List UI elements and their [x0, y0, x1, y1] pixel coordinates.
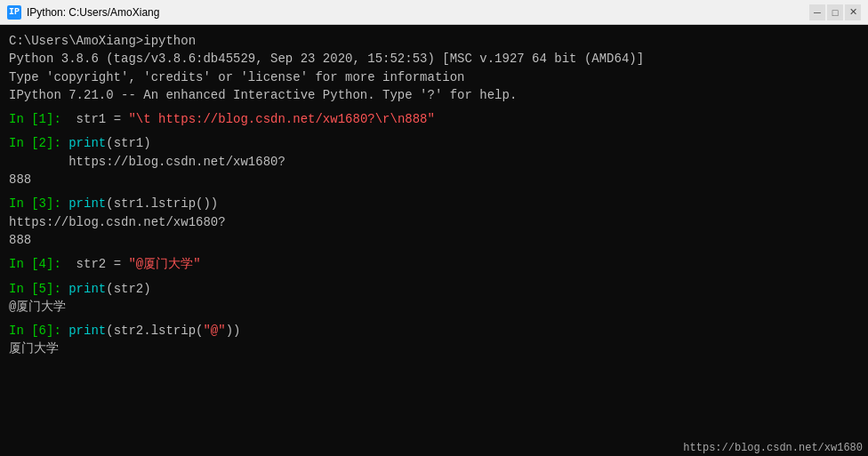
terminal-line: [9, 128, 859, 134]
terminal-line: https://blog.csdn.net/xw1680?: [9, 153, 859, 171]
terminal: C:\Users\AmoXiang>ipythonPython 3.8.6 (t…: [0, 25, 868, 456]
terminal-line: In [1]: str1 = "\t https://blog.csdn.net…: [9, 110, 859, 128]
terminal-line: IPython 7.21.0 -- An enhanced Interactiv…: [9, 86, 859, 104]
terminal-line: 888: [9, 171, 859, 188]
terminal-line: In [5]: print(str2): [9, 280, 859, 298]
terminal-line: In [4]: str2 = "@厦门大学": [9, 255, 859, 273]
terminal-line: [9, 249, 859, 255]
terminal-line: In [3]: print(str1.lstrip()): [9, 195, 859, 212]
terminal-line: [9, 316, 859, 322]
terminal-line: [9, 274, 859, 280]
terminal-line: @厦门大学: [9, 298, 859, 316]
terminal-line: In [2]: print(str1): [9, 134, 859, 152]
title-bar-controls: ─ □ ✕: [809, 4, 861, 20]
title-bar: IP IPython: C:Users/AmoXiang ─ □ ✕: [0, 0, 868, 25]
terminal-content: C:\Users\AmoXiang>ipythonPython 3.8.6 (t…: [9, 32, 859, 358]
terminal-line: [9, 188, 859, 195]
maximize-button[interactable]: □: [827, 4, 843, 20]
app-icon: IP: [7, 5, 21, 20]
terminal-line: Type 'copyright', 'credits' or 'license'…: [9, 68, 859, 86]
terminal-line: 厦门大学: [9, 340, 859, 357]
terminal-line: In [6]: print(str2.lstrip("@")): [9, 322, 859, 340]
terminal-line: Python 3.8.6 (tags/v3.8.6:db45529, Sep 2…: [9, 50, 859, 68]
status-bar: https://blog.csdn.net/xw1680: [678, 440, 868, 456]
terminal-line: [9, 104, 859, 110]
terminal-line: C:\Users\AmoXiang>ipython: [9, 32, 859, 50]
minimize-button[interactable]: ─: [809, 4, 825, 20]
terminal-line: https://blog.csdn.net/xw1680?: [9, 213, 859, 231]
close-button[interactable]: ✕: [845, 4, 861, 20]
title-bar-text: IPython: C:Users/AmoXiang: [27, 6, 159, 19]
terminal-line: 888: [9, 231, 859, 249]
